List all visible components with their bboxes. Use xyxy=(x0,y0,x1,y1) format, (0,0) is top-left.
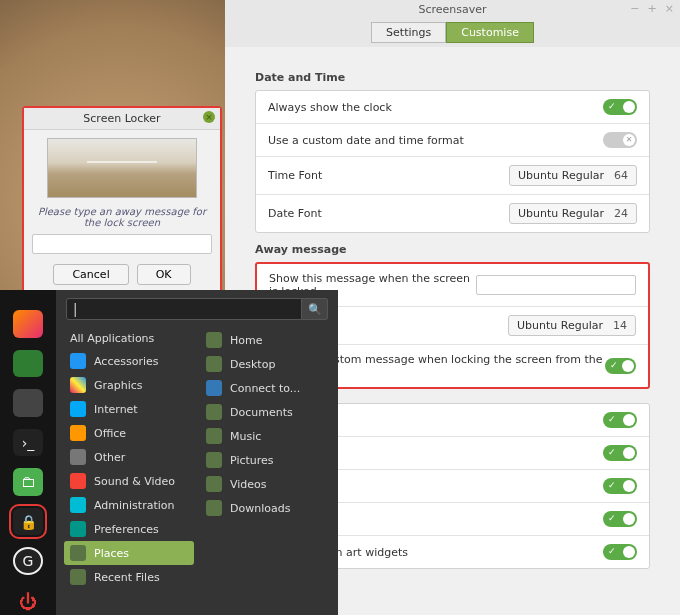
category-graphics[interactable]: Graphics xyxy=(64,373,194,397)
application-menu: 🔍 All Applications Accessories Graphics … xyxy=(56,290,338,615)
custom-format-label: Use a custom date and time format xyxy=(268,134,464,147)
menu-item-label: Other xyxy=(94,451,125,464)
internet-icon xyxy=(70,401,86,417)
sound-video-icon xyxy=(70,473,86,489)
other-icon xyxy=(70,449,86,465)
place-connect[interactable]: Connect to... xyxy=(200,376,330,400)
menu-places-column: Home Desktop Connect to... Documents Mus… xyxy=(200,328,330,589)
maximize-icon[interactable]: + xyxy=(648,2,657,15)
launcher-software[interactable] xyxy=(13,350,43,378)
date-font-family: Ubuntu Regular xyxy=(518,207,604,220)
time-font-family: Ubuntu Regular xyxy=(518,169,604,182)
menu-item-label: All Applications xyxy=(70,332,154,345)
place-downloads[interactable]: Downloads xyxy=(200,496,330,520)
menu-search-input[interactable] xyxy=(66,298,302,320)
minimize-icon[interactable]: − xyxy=(630,2,639,15)
place-desktop[interactable]: Desktop xyxy=(200,352,330,376)
menu-item-label: Home xyxy=(230,334,262,347)
category-accessories[interactable]: Accessories xyxy=(64,349,194,373)
tab-settings[interactable]: Settings xyxy=(371,22,446,43)
connect-icon xyxy=(206,380,222,396)
search-icon: 🔍 xyxy=(308,303,322,316)
launcher-terminal[interactable]: ›_ xyxy=(13,429,43,457)
folder-icon xyxy=(206,476,222,492)
ok-button[interactable]: OK xyxy=(137,264,191,285)
menu-item-label: Graphics xyxy=(94,379,143,392)
locker-title: Screen Locker xyxy=(83,112,160,125)
menu-item-label: Office xyxy=(94,427,126,440)
category-office[interactable]: Office xyxy=(64,421,194,445)
category-internet[interactable]: Internet xyxy=(64,397,194,421)
row5-toggle[interactable] xyxy=(603,544,637,560)
places-icon xyxy=(70,545,86,561)
folder-icon xyxy=(206,428,222,444)
menu-item-label: Accessories xyxy=(94,355,158,368)
folder-icon xyxy=(206,500,222,516)
tabs: Settings Customise xyxy=(225,18,680,47)
category-recent-files[interactable]: Recent Files xyxy=(64,565,194,589)
category-administration[interactable]: Administration xyxy=(64,493,194,517)
menu-item-label: Places xyxy=(94,547,129,560)
row3-toggle[interactable] xyxy=(603,478,637,494)
category-other[interactable]: Other xyxy=(64,445,194,469)
menu-item-label: Recent Files xyxy=(94,571,160,584)
category-places[interactable]: Places xyxy=(64,541,194,565)
row1-toggle[interactable] xyxy=(603,412,637,428)
section-date-time: Date and Time xyxy=(255,71,650,84)
place-documents[interactable]: Documents xyxy=(200,400,330,424)
menu-item-label: Internet xyxy=(94,403,138,416)
place-music[interactable]: Music xyxy=(200,424,330,448)
administration-icon xyxy=(70,497,86,513)
away-font-size: 14 xyxy=(613,319,627,332)
menu-item-label: Pictures xyxy=(230,454,274,467)
always-show-clock-toggle[interactable] xyxy=(603,99,637,115)
category-preferences[interactable]: Preferences xyxy=(64,517,194,541)
place-pictures[interactable]: Pictures xyxy=(200,448,330,472)
date-font-size: 24 xyxy=(614,207,628,220)
lock-icon: 🔒 xyxy=(20,514,37,530)
menu-item-label: Downloads xyxy=(230,502,290,515)
launcher-chrome[interactable]: G xyxy=(13,547,43,575)
accessories-icon xyxy=(70,353,86,369)
locker-titlebar: Screen Locker × xyxy=(24,108,220,130)
search-button[interactable]: 🔍 xyxy=(302,298,328,320)
category-all[interactable]: All Applications xyxy=(64,328,194,349)
time-font-label: Time Font xyxy=(268,169,322,182)
time-font-button[interactable]: Ubuntu Regular 64 xyxy=(509,165,637,186)
away-font-button[interactable]: Ubuntu Regular 14 xyxy=(508,315,636,336)
launcher-power[interactable]: ⏻ xyxy=(13,587,43,615)
ask-custom-toggle[interactable] xyxy=(605,358,636,374)
home-folder-icon xyxy=(206,332,222,348)
office-icon xyxy=(70,425,86,441)
launcher-files[interactable]: 🗀 xyxy=(13,468,43,496)
graphics-icon xyxy=(70,377,86,393)
away-font-family: Ubuntu Regular xyxy=(517,319,603,332)
menu-item-label: Documents xyxy=(230,406,293,419)
launcher-lock[interactable]: 🔒 xyxy=(13,508,43,536)
menu-item-label: Sound & Video xyxy=(94,475,175,488)
section-away-message: Away message xyxy=(255,243,650,256)
launcher-firefox[interactable] xyxy=(13,310,43,338)
window-title: Screensaver xyxy=(418,3,486,16)
folder-icon xyxy=(206,356,222,372)
locker-close-icon[interactable]: × xyxy=(203,111,215,123)
away-message-input[interactable] xyxy=(476,275,636,295)
place-videos[interactable]: Videos xyxy=(200,472,330,496)
row4-toggle[interactable] xyxy=(603,511,637,527)
date-font-button[interactable]: Ubuntu Regular 24 xyxy=(509,203,637,224)
preferences-icon xyxy=(70,521,86,537)
cancel-button[interactable]: Cancel xyxy=(53,264,128,285)
menu-item-label: Preferences xyxy=(94,523,159,536)
locker-message-input[interactable] xyxy=(32,234,212,254)
tab-customise[interactable]: Customise xyxy=(446,22,534,43)
close-icon[interactable]: × xyxy=(665,2,674,15)
row2-toggle[interactable] xyxy=(603,445,637,461)
custom-format-toggle[interactable] xyxy=(603,132,637,148)
category-sound-video[interactable]: Sound & Video xyxy=(64,469,194,493)
launcher-softwarecenter[interactable] xyxy=(13,389,43,417)
menu-item-label: Connect to... xyxy=(230,382,300,395)
place-home[interactable]: Home xyxy=(200,328,330,352)
folder-icon xyxy=(206,452,222,468)
launcher-panel: ›_ 🗀 🔒 G ⏻ xyxy=(0,290,56,615)
menu-item-label: Videos xyxy=(230,478,267,491)
